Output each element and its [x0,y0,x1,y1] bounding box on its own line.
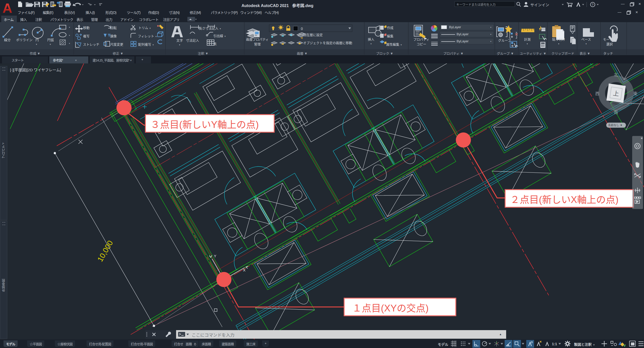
svg-text:東: 東 [633,91,637,96]
svg-text:南: 南 [614,110,618,115]
svg-text:A: A [3,1,12,15]
svg-text:１点目(XYの交点): １点目(XYの交点) [352,303,429,314]
svg-text:0: 0 [301,27,303,31]
svg-text:西: 西 [595,91,599,96]
svg-text:1:1: 1:1 [552,342,557,346]
svg-text:３点目(新しいY軸上の点): ３点目(新しいY軸上の点) [150,119,259,130]
svg-text:２点目(新しいX軸上の点): ２点目(新しいX軸上の点) [510,194,619,205]
svg-text:名前なし ▼: 名前なし ▼ [608,123,623,127]
svg-text:Y: Y [214,254,216,258]
svg-text:?: ? [592,3,593,7]
svg-text:上: 上 [613,90,620,97]
svg-text:10,000: 10,000 [96,239,114,263]
svg-text:北: 北 [614,73,618,77]
svg-text:X: X [243,268,246,272]
svg-text:[-][平面図][2D ワイヤフレーム]: [-][平面図][2D ワイヤフレーム] [10,68,61,72]
